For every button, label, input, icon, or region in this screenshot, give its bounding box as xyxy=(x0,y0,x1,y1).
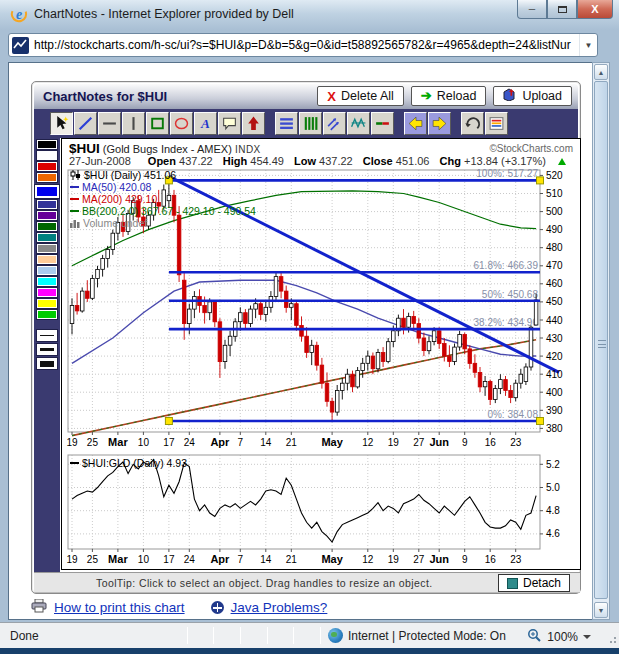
title-bar[interactable]: e ChartNotes - Internet Explorer provide… xyxy=(0,0,619,30)
chart-area[interactable]: $HUI (Gold Bugs Index - AMEX) INDX ©Stoc… xyxy=(61,138,581,570)
resize-grip[interactable] xyxy=(604,633,616,645)
svg-text:24: 24 xyxy=(184,437,196,448)
svg-text:19: 19 xyxy=(66,437,78,448)
arrow-tool[interactable] xyxy=(242,112,265,135)
color-swatch[interactable] xyxy=(37,200,57,209)
next-tool[interactable] xyxy=(428,112,451,135)
svg-text:Jun: Jun xyxy=(429,436,449,448)
svg-text:25: 25 xyxy=(87,554,99,565)
color-swatch[interactable] xyxy=(37,173,57,182)
java-problems-link[interactable]: Java Problems? xyxy=(211,600,328,615)
svg-text:410: 410 xyxy=(546,369,563,380)
svg-text:May: May xyxy=(321,553,343,565)
color-swatch[interactable] xyxy=(37,233,57,242)
overlay-legend-item: MA(200) 429.10 xyxy=(70,193,256,205)
detach-icon xyxy=(507,578,518,589)
page-viewport: ChartNotes for $HUI X Delete All ➔ Reloa… xyxy=(8,62,592,620)
scroll-up-button[interactable]: ▲ xyxy=(594,64,608,80)
statusbar-divider xyxy=(187,627,188,644)
svg-text:7: 7 xyxy=(238,437,244,448)
hline-tool[interactable] xyxy=(98,112,121,135)
style-tool[interactable] xyxy=(485,112,508,135)
zoom-level: 100% xyxy=(547,630,578,644)
minimize-button[interactable]: ─ xyxy=(517,0,547,19)
line-thickness-button[interactable] xyxy=(37,330,57,341)
upload-icon xyxy=(503,88,517,104)
segment-tool[interactable] xyxy=(371,112,394,135)
color-swatch[interactable] xyxy=(37,255,57,264)
color-swatch[interactable] xyxy=(37,277,57,286)
close-button[interactable]: X xyxy=(577,0,613,19)
color-swatch[interactable] xyxy=(37,310,57,319)
color-swatch[interactable] xyxy=(37,162,57,171)
url-input[interactable] xyxy=(34,38,579,52)
rect-tool[interactable] xyxy=(146,112,169,135)
drawing-toolbar: A xyxy=(34,109,578,138)
tooltip-text: ToolTip: Click to select an object. Drag… xyxy=(96,577,433,589)
svg-text:61.8%: 466.39: 61.8%: 466.39 xyxy=(474,260,539,271)
svg-text:19: 19 xyxy=(66,554,78,565)
svg-text:e: e xyxy=(16,7,22,22)
svg-text:27: 27 xyxy=(413,554,425,565)
color-swatch[interactable] xyxy=(37,211,57,220)
scroll-down-button[interactable]: ▼ xyxy=(594,602,608,618)
volume-icon xyxy=(70,219,80,228)
fib-h-tool[interactable] xyxy=(275,112,298,135)
svg-text:470: 470 xyxy=(546,260,563,271)
panel-header: ChartNotes for $HUI X Delete All ➔ Reloa… xyxy=(34,84,578,109)
select-tool[interactable] xyxy=(50,112,73,135)
scrollbar-thumb[interactable] xyxy=(594,81,608,599)
magnifier-icon xyxy=(527,628,542,646)
legend-dash-icon xyxy=(70,198,79,200)
ellipse-tool[interactable] xyxy=(170,112,193,135)
prev-tool[interactable] xyxy=(404,112,427,135)
url-dropdown-button[interactable]: ▼ xyxy=(579,34,597,56)
svg-text:14: 14 xyxy=(260,437,272,448)
print-chart-link[interactable]: How to print this chart xyxy=(31,599,185,616)
reload-button[interactable]: ➔ Reload xyxy=(411,86,487,106)
detach-button[interactable]: Detach xyxy=(498,574,570,592)
legend-dash-icon xyxy=(70,462,79,464)
svg-text:4.8: 4.8 xyxy=(546,505,560,516)
help-links: How to print this chart Java Problems? xyxy=(31,599,327,616)
color-swatch[interactable] xyxy=(37,140,57,149)
overlay-legend-item: MA(50) 420.08 xyxy=(70,181,256,193)
chartnotes-panel: ChartNotes for $HUI X Delete All ➔ Reloa… xyxy=(31,81,581,594)
svg-text:390: 390 xyxy=(546,405,563,416)
svg-text:460: 460 xyxy=(546,278,563,289)
url-box[interactable]: ▼ xyxy=(8,33,598,57)
color-swatch[interactable] xyxy=(37,266,57,275)
svg-text:Mar: Mar xyxy=(108,436,128,448)
color-swatch[interactable] xyxy=(37,151,57,160)
trendline-tool[interactable] xyxy=(74,112,97,135)
zoom-dropdown-icon xyxy=(583,635,591,639)
pitchfork-tool[interactable] xyxy=(347,112,370,135)
svg-text:510: 510 xyxy=(546,188,563,199)
vertical-scrollbar[interactable]: ▲ ▼ xyxy=(592,62,610,620)
delete-all-button[interactable]: X Delete All xyxy=(317,86,403,106)
upload-button[interactable]: Upload xyxy=(493,86,572,106)
svg-text:25: 25 xyxy=(87,437,99,448)
color-swatch[interactable] xyxy=(37,222,57,231)
undo-tool[interactable] xyxy=(461,112,484,135)
color-swatch[interactable] xyxy=(37,288,57,297)
vline-tool[interactable] xyxy=(122,112,145,135)
svg-text:17: 17 xyxy=(163,437,175,448)
svg-text:21: 21 xyxy=(286,554,298,565)
text-tool[interactable]: A xyxy=(194,112,217,135)
maximize-button[interactable] xyxy=(547,0,577,19)
callout-tool[interactable] xyxy=(218,112,241,135)
line-thickness-button[interactable] xyxy=(37,344,57,355)
zoom-control[interactable]: 100% xyxy=(527,628,591,646)
svg-text:16: 16 xyxy=(485,554,497,565)
color-swatch[interactable] xyxy=(35,185,59,198)
svg-text:Apr: Apr xyxy=(210,553,230,565)
fib-v-tool[interactable] xyxy=(299,112,322,135)
line-thickness-button[interactable] xyxy=(37,358,57,369)
svg-text:430: 430 xyxy=(546,333,563,344)
color-swatch[interactable] xyxy=(37,244,57,253)
svg-text:10: 10 xyxy=(138,554,150,565)
color-swatch[interactable] xyxy=(37,299,57,308)
channel-tool[interactable] xyxy=(323,112,346,135)
color-palette xyxy=(34,138,60,572)
